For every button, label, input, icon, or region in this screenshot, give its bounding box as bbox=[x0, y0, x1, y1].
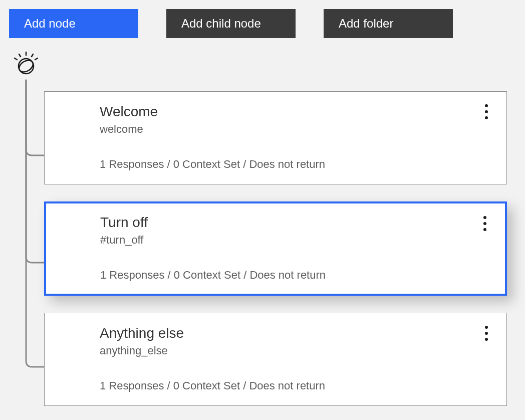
add-child-node-button[interactable]: Add child node bbox=[166, 9, 296, 38]
node-condition: #turn_off bbox=[100, 234, 491, 247]
add-node-button[interactable]: Add node bbox=[9, 9, 138, 38]
node-title: Welcome bbox=[100, 104, 491, 120]
node-menu-icon[interactable] bbox=[480, 323, 492, 343]
node-menu-icon[interactable] bbox=[480, 102, 492, 122]
svg-line-3 bbox=[19, 54, 21, 57]
node-menu-icon[interactable] bbox=[479, 214, 491, 234]
svg-line-4 bbox=[32, 54, 33, 57]
dialog-node-welcome[interactable]: Welcome welcome 1 Responses / 0 Context … bbox=[44, 91, 507, 184]
dialog-node-turn-off[interactable]: Turn off #turn_off 1 Responses / 0 Conte… bbox=[44, 201, 507, 296]
node-summary: 1 Responses / 0 Context Set / Does not r… bbox=[100, 379, 491, 392]
node-summary: 1 Responses / 0 Context Set / Does not r… bbox=[100, 269, 491, 282]
node-summary: 1 Responses / 0 Context Set / Does not r… bbox=[100, 158, 491, 171]
svg-line-6 bbox=[35, 58, 38, 60]
dialog-node-anything-else[interactable]: Anything else anything_else 1 Responses … bbox=[44, 313, 507, 406]
node-title: Anything else bbox=[100, 325, 491, 341]
node-list: Welcome welcome 1 Responses / 0 Context … bbox=[44, 54, 516, 406]
toolbar: Add node Add child node Add folder bbox=[9, 9, 516, 38]
node-title: Turn off bbox=[100, 215, 491, 231]
svg-point-1 bbox=[17, 58, 35, 75]
watson-icon bbox=[13, 51, 39, 77]
add-folder-button[interactable]: Add folder bbox=[324, 9, 453, 38]
dialog-tree: Welcome welcome 1 Responses / 0 Context … bbox=[9, 54, 516, 406]
svg-line-5 bbox=[15, 58, 17, 60]
node-condition: anything_else bbox=[100, 344, 491, 357]
node-condition: welcome bbox=[100, 123, 491, 136]
